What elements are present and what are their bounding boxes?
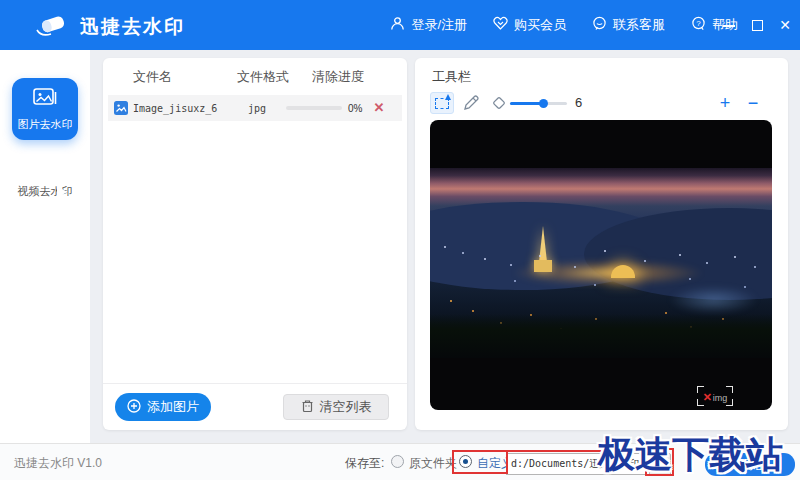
file-format: jpg <box>248 103 266 114</box>
photo-church-body <box>534 260 552 272</box>
photo-street-lights <box>450 300 452 302</box>
preview-canvas[interactable]: ✕img <box>430 120 772 410</box>
title-bar: 迅捷去水印 登录/注册 购买会员 联系客服 <box>0 0 800 50</box>
image-file-icon <box>114 101 128 119</box>
add-image-button[interactable]: 添加图片 <box>115 393 211 421</box>
login-register-button[interactable]: 登录/注册 <box>390 16 467 34</box>
watermark-selection-marker[interactable]: ✕img <box>697 386 733 406</box>
user-icon <box>390 16 405 34</box>
marker-corner <box>697 399 704 406</box>
selection-tool-button[interactable] <box>430 92 454 114</box>
marker-corner <box>697 386 704 393</box>
folder-icon <box>654 459 667 470</box>
close-icon[interactable]: ✕ <box>778 18 792 32</box>
marker-corner <box>726 386 733 393</box>
vip-heart-icon <box>493 16 508 34</box>
slider-handle[interactable] <box>539 99 548 108</box>
save-path-input[interactable] <box>506 453 646 475</box>
plus-circle-icon <box>127 399 141 416</box>
column-filename: 文件名 <box>133 68 172 86</box>
progress-value: 0% <box>348 103 362 114</box>
radio-original-folder[interactable] <box>391 455 404 468</box>
radio-original-folder-label[interactable]: 原文件夹 <box>409 455 457 472</box>
marker-x-icon: ✕ <box>703 391 712 403</box>
start-button[interactable]: 开始 <box>705 453 795 476</box>
photo-city-glow <box>669 286 758 314</box>
photo-foreground-trees <box>430 314 772 358</box>
file-list-footer: 添加图片 清空列表 <box>103 383 407 430</box>
selection-arrow-icon <box>445 94 451 100</box>
file-list-panel: 文件名 文件格式 清除进度 Image_jisuxz_6 jpg 0% ✕ 添加… <box>103 58 407 430</box>
toolbar: 6 + − <box>415 92 788 116</box>
browse-folder-button[interactable] <box>649 453 671 476</box>
status-bar: 迅捷去水印 V1.0 保存至: 原文件夹 自定义 开始 <box>0 443 800 480</box>
preview-image: ✕img <box>430 168 772 358</box>
image-icon <box>32 87 58 113</box>
help-question-icon: ? <box>691 16 706 34</box>
chat-bubble-icon <box>592 16 607 34</box>
photo-city-lights <box>444 246 446 248</box>
title-menu: 登录/注册 购买会员 联系客服 ? 帮助 <box>390 0 738 50</box>
column-format: 文件格式 <box>237 68 289 86</box>
sidebar-item-video-watermark[interactable]: 视频去水印 <box>0 178 90 199</box>
photo-church-spire <box>539 226 547 262</box>
buy-membership-button[interactable]: 购买会员 <box>493 16 566 34</box>
brush-size-slider[interactable] <box>510 102 567 105</box>
sidebar-item-image-watermark[interactable]: 图片去水印 <box>12 78 78 140</box>
sidebar-item-label: 视频去水印 <box>0 184 90 199</box>
save-to-label: 保存至: <box>345 455 384 472</box>
editor-panel: 工具栏 6 + − <box>415 58 788 430</box>
app-window: 迅捷去水印 登录/注册 购买会员 联系客服 <box>0 0 800 480</box>
file-name: Image_jisuxz_6 <box>133 103 217 114</box>
delete-file-icon[interactable]: ✕ <box>370 99 388 117</box>
app-version: 迅捷去水印 V1.0 <box>14 455 102 472</box>
sidebar-item-label: 图片去水印 <box>18 117 73 132</box>
table-row[interactable]: Image_jisuxz_6 jpg 0% ✕ <box>108 95 402 121</box>
maximize-icon[interactable] <box>750 18 764 32</box>
app-title: 迅捷去水印 <box>80 14 185 40</box>
sidebar: 图片去水印 视频去水印 <box>0 50 90 443</box>
eraser-tool-icon[interactable] <box>490 94 508 116</box>
contact-support-button[interactable]: 联系客服 <box>592 16 665 34</box>
minimize-icon[interactable] <box>722 18 736 32</box>
column-progress: 清除进度 <box>312 68 364 86</box>
brush-tool-icon[interactable] <box>462 94 480 116</box>
brush-size-value: 6 <box>575 95 582 110</box>
radio-custom-folder[interactable] <box>459 455 472 468</box>
trash-icon <box>301 399 314 416</box>
zoom-out-icon[interactable]: − <box>743 92 763 114</box>
file-list-header: 文件名 文件格式 清除进度 <box>103 68 407 94</box>
toolbar-title: 工具栏 <box>432 68 471 86</box>
marker-corner <box>726 399 733 406</box>
progress-bar <box>286 106 342 110</box>
clear-list-button[interactable]: 清空列表 <box>283 394 389 420</box>
svg-text:?: ? <box>696 19 701 28</box>
zoom-in-icon[interactable]: + <box>715 92 735 114</box>
window-controls: ✕ <box>722 0 792 50</box>
app-logo-eraser-icon <box>34 10 70 44</box>
